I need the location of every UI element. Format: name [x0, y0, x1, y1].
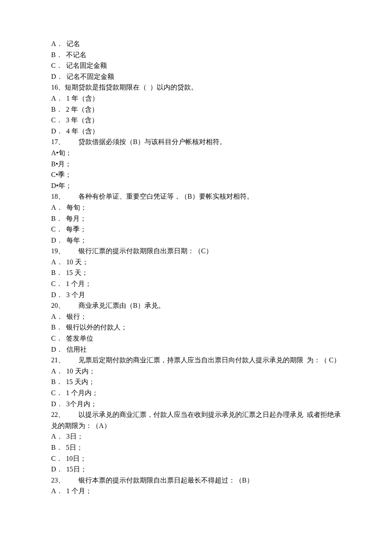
text-line: C•季； [51, 169, 341, 180]
text-line: A． 每旬； [51, 202, 341, 213]
text-line: 20、 商业承兑汇票由（B）承兑。 [51, 300, 341, 311]
text-line: D． 每年； [51, 235, 341, 246]
text-line: D． 4 年（含） [51, 126, 341, 137]
text-line: B． 每月； [51, 213, 341, 224]
text-line: B． 5日； [51, 442, 341, 453]
text-line: C． 3 年（含） [51, 115, 341, 126]
text-line: A． 3日； [51, 431, 341, 442]
text-line: 19、 银行汇票的提示付款期限自出票日期：（C） [51, 246, 341, 257]
text-line: B． 不记名 [51, 49, 341, 61]
text-line: B． 15 天； [51, 267, 341, 278]
text-line: A•旬； [51, 147, 341, 159]
text-line: C． 签发单位 [51, 333, 341, 344]
text-line: D． 15日； [51, 464, 341, 475]
text-line: D． 3 个月 [51, 289, 341, 301]
document-body: A． 记名B． 不记名C． 记名固定金额D． 记名不固定金额16、短期贷款是指贷… [51, 38, 341, 497]
text-line: A． 1 年（含） [51, 93, 341, 104]
text-line: 16、短期贷款是指贷款期限在（ ）以内的贷款。 [51, 82, 341, 93]
text-line: C． 1 个月内； [51, 387, 341, 399]
text-line: B． 银行以外的付款人； [51, 322, 341, 333]
text-line: D． 记名不固定金额 [51, 71, 341, 82]
text-line: A． 10 天； [51, 257, 341, 268]
text-line: 18、 各种有价单证、重要空白凭证等，（B）要帐实核对相符。 [51, 191, 341, 202]
text-line: A． 银行； [51, 311, 341, 322]
text-line: C． 每季； [51, 224, 341, 235]
text-line: 22、 以提示承兑的商业汇票，付款人应当在收到提示承兑的汇票之日起办理承兑 或者… [51, 409, 341, 431]
text-line: D． 3个月内； [51, 399, 341, 410]
text-line: B•月； [51, 159, 341, 170]
text-line: 17、 贷款借据必须按（B）与该科目分户帐核对相符。 [51, 136, 341, 147]
text-line: D． 信用社 [51, 344, 341, 355]
text-line: D•年； [51, 180, 341, 191]
text-line: 21、 见票后定期付款的商业汇票，持票人应当自出票日向付款人提示承兑的期限 为：… [51, 355, 341, 366]
text-line: A． 1 个月； [51, 486, 341, 497]
text-line: C． 1 个月； [51, 278, 341, 289]
text-line: A． 记名 [51, 38, 341, 49]
text-line: C． 10日； [51, 453, 341, 464]
text-line: B． 15 天内； [51, 376, 341, 387]
text-line: 23、 银行本票的提示付款期限自出票日起最长不得超过：（B） [51, 475, 341, 486]
text-line: B． 2 年（含） [51, 104, 341, 115]
text-line: A． 10 天内； [51, 366, 341, 377]
text-line: C． 记名固定金额 [51, 60, 341, 71]
